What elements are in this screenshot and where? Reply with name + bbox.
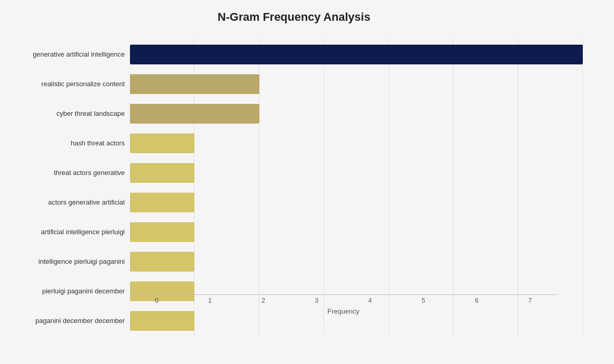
bar-label: pierluigi paganini december: [5, 287, 130, 295]
bar-label: paganini december december: [5, 317, 130, 325]
bar-element: [130, 74, 259, 94]
x-tick: 2: [237, 297, 290, 304]
bar-element: [130, 163, 194, 183]
bar-element: [130, 193, 194, 212]
bar-row: intelligence pierluigi paganini: [5, 247, 583, 276]
x-tick: 1: [184, 297, 237, 304]
bar-label: threat actors generative: [5, 169, 130, 177]
x-tick: 6: [450, 297, 504, 304]
bar-label: generative artificial intelligence: [5, 50, 130, 58]
bar-track: [130, 158, 583, 187]
bar-track: [130, 69, 583, 99]
bar-row: threat actors generative: [5, 158, 583, 187]
bar-track: [130, 39, 583, 69]
bar-row: actors generative artificial: [5, 187, 583, 217]
bar-element: [130, 104, 259, 124]
bar-label: artificial intelligence pierluigi: [5, 228, 130, 236]
bar-element: [130, 222, 194, 242]
x-tick: 4: [344, 297, 397, 304]
bars-container: generative artificial intelligencerealis…: [5, 39, 583, 335]
x-tick: 5: [397, 297, 450, 304]
bar-row: cyber threat landscape: [5, 99, 583, 128]
bar-row: artificial intelligence pierluigi: [5, 217, 583, 247]
bar-track: [130, 247, 583, 276]
bar-element: [130, 45, 583, 64]
bar-track: [130, 187, 583, 217]
x-tick: 0: [130, 297, 184, 304]
bar-label: cyber threat landscape: [5, 110, 130, 117]
bar-label: actors generative artificial: [5, 198, 130, 206]
bar-row: realistic personalize content: [5, 69, 583, 99]
bar-label: intelligence pierluigi paganini: [5, 258, 130, 265]
x-tick: 3: [290, 297, 344, 304]
chart-container: N-Gram Frequency Analysis generative art…: [0, 0, 614, 364]
bar-row: generative artificial intelligence: [5, 39, 583, 69]
bar-track: [130, 99, 583, 128]
x-tick: 7: [503, 297, 557, 304]
bar-track: [130, 128, 583, 158]
chart-title: N-Gram Frequency Analysis: [5, 10, 583, 24]
x-axis-label: Frequency: [130, 307, 557, 315]
bar-element: [130, 252, 194, 272]
bar-track: [130, 217, 583, 247]
x-axis: 01234567 Frequency: [130, 294, 557, 315]
bar-label: hash threat actors: [5, 139, 130, 147]
bar-label: realistic personalize content: [5, 80, 130, 88]
bar-row: hash threat actors: [5, 128, 583, 158]
bar-element: [130, 133, 194, 153]
